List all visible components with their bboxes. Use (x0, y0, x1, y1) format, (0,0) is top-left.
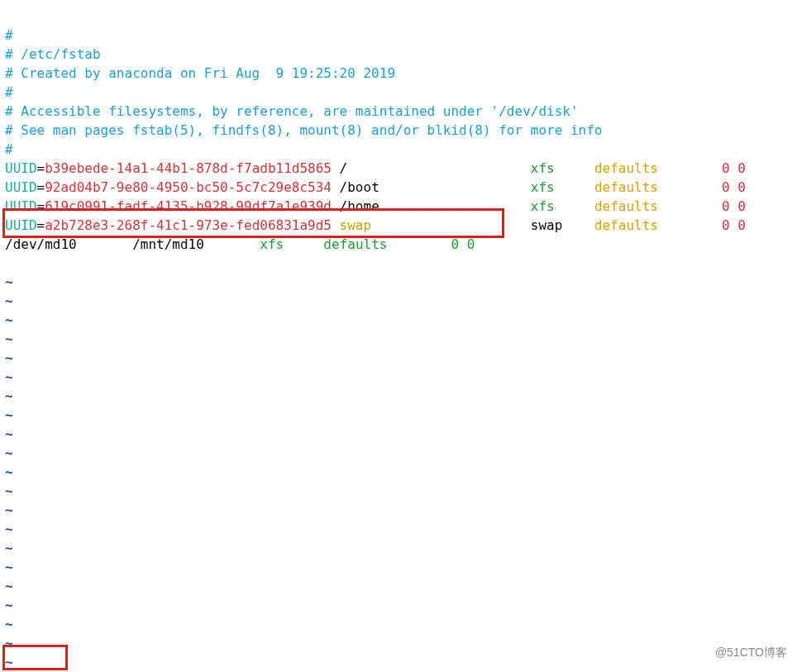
mount-options: defaults (323, 236, 387, 252)
mount-point: / (340, 160, 348, 176)
empty-line-tilde: ~ (5, 484, 13, 499)
uuid-label: UUID (5, 198, 37, 214)
dump-value: 0 (722, 217, 730, 233)
empty-line-tilde: ~ (5, 636, 13, 651)
empty-line-tilde: ~ (5, 617, 13, 632)
comment-line: # (5, 84, 13, 100)
empty-line-tilde: ~ (5, 522, 13, 537)
mount-point: swap (340, 217, 372, 233)
empty-line-tilde: ~ (5, 541, 13, 556)
mount-point: /home (340, 198, 379, 214)
equals-sign: = (37, 198, 45, 214)
empty-line-tilde: ~ (5, 350, 13, 366)
empty-line-tilde: ~ (5, 579, 13, 594)
empty-line-tilde: ~ (5, 331, 13, 347)
dump-value: 0 (722, 179, 730, 195)
uuid-label: UUID (5, 179, 37, 195)
empty-line-tilde: ~ (5, 369, 13, 385)
mount-options: defaults (594, 198, 658, 214)
mount-point: /boot (340, 179, 379, 195)
uuid-label: UUID (5, 217, 37, 233)
comment-line: # Accessible filesystems, by reference, … (5, 103, 579, 119)
uuid-label: UUID (5, 160, 37, 176)
empty-line-tilde: ~ (5, 598, 13, 613)
fs-type: xfs (531, 198, 555, 214)
fstab-entry: UUID=a2b728e3-268f-41c1-973e-fed06831a9d… (5, 217, 746, 233)
mount-options: defaults (594, 179, 658, 195)
empty-line-tilde: ~ (5, 293, 13, 309)
empty-line-tilde: ~ (5, 655, 13, 670)
empty-line-tilde: ~ (5, 312, 13, 328)
comment-line: # See man pages fstab(5), findfs(8), mou… (5, 122, 602, 138)
pass-value: 0 (737, 198, 746, 214)
mount-options: defaults (594, 160, 658, 176)
uuid-value: 92ad04b7-9e80-4950-bc50-5c7c29e8c534 (45, 179, 332, 195)
fs-type: xfs (260, 236, 284, 252)
equals-sign: = (37, 179, 45, 195)
mount-point: /mnt/md10 (132, 236, 204, 252)
empty-line-tilde: ~ (5, 446, 13, 461)
comment-line: # /etc/fstab (5, 46, 101, 62)
pass-value: 0 (737, 179, 746, 195)
empty-line-tilde: ~ (5, 427, 13, 442)
mount-options: defaults (594, 217, 658, 233)
empty-line-tilde: ~ (5, 407, 13, 423)
empty-line-tilde: ~ (5, 465, 13, 480)
empty-line-tilde: ~ (5, 503, 13, 518)
uuid-value: a2b728e3-268f-41c1-973e-fed06831a9d5 (45, 217, 332, 233)
equals-sign: = (37, 217, 45, 233)
fs-type: xfs (531, 160, 555, 176)
fstab-entry: UUID=619c0991-fadf-4135-b928-99df7a1e939… (5, 198, 746, 214)
uuid-value: b39ebede-14a1-44b1-878d-f7adb11d5865 (45, 160, 332, 176)
dump-value: 0 (722, 198, 730, 214)
empty-line-tilde: ~ (5, 560, 13, 575)
comment-line: # (5, 27, 13, 43)
comment-line: # Created by anaconda on Fri Aug 9 19:25… (5, 65, 395, 81)
terminal-editor[interactable]: # # /etc/fstab # Created by anaconda on … (0, 0, 797, 672)
fstab-entry-highlighted: /dev/md10 /mnt/md10 xfs defaults 0 0 (5, 236, 475, 252)
pass-value: 0 (467, 236, 475, 252)
empty-line-tilde: ~ (5, 274, 13, 290)
dump-value: 0 (451, 236, 459, 252)
fs-type: xfs (531, 179, 555, 195)
pass-value: 0 (737, 160, 746, 176)
fs-type: swap (531, 217, 563, 233)
empty-line-tilde: ~ (5, 388, 13, 404)
watermark-text: @51CTO博客 (715, 643, 787, 662)
device: /dev/md10 (5, 236, 77, 252)
comment-line: # (5, 141, 13, 157)
uuid-value: 619c0991-fadf-4135-b928-99df7a1e939d (45, 198, 332, 214)
fstab-entry: UUID=92ad04b7-9e80-4950-bc50-5c7c29e8c53… (5, 179, 746, 195)
fstab-entry: UUID=b39ebede-14a1-44b1-878d-f7adb11d586… (5, 160, 746, 176)
dump-value: 0 (722, 160, 730, 176)
equals-sign: = (37, 160, 45, 176)
pass-value: 0 (737, 217, 746, 233)
